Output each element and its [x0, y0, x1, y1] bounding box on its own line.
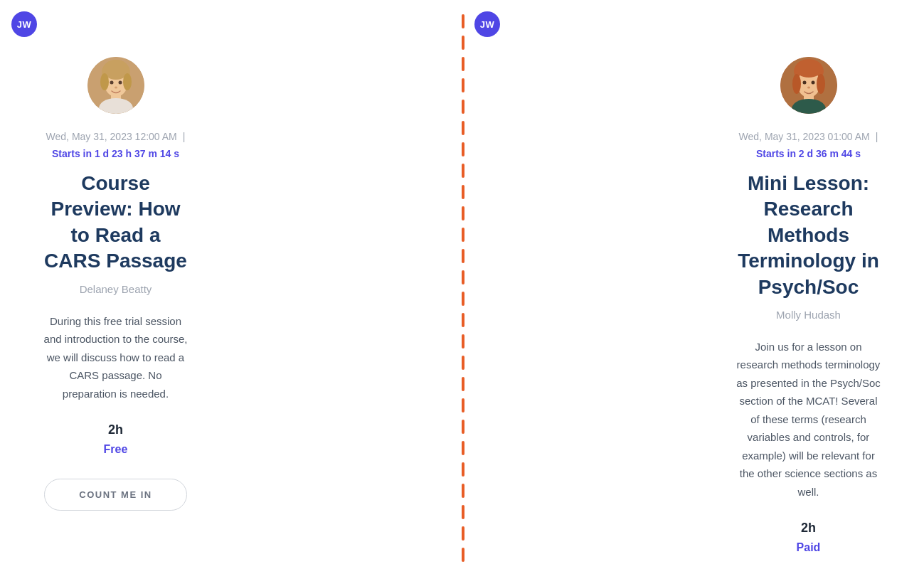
divider-segment [462, 270, 464, 284]
svg-point-15 [792, 74, 801, 94]
divider-segment [462, 313, 464, 327]
price-left: Free [104, 443, 128, 456]
divider-segment [462, 292, 464, 306]
divider-segment [462, 228, 464, 242]
divider-segment [462, 420, 464, 434]
divider-segment [462, 206, 464, 220]
svg-point-10 [115, 87, 117, 89]
price-right: Paid [797, 541, 821, 554]
divider-segment [462, 14, 464, 28]
date-text-right: Wed, May 31, 2023 01:00 AM [739, 131, 870, 142]
duration-left: 2h [108, 422, 123, 437]
divider-segment [462, 57, 464, 71]
svg-point-9 [118, 81, 122, 85]
separator-left: | [183, 131, 186, 142]
divider-segment [462, 164, 464, 178]
divider-segment [462, 526, 464, 541]
divider-segment [462, 36, 464, 50]
divider-segment [462, 484, 464, 498]
divider-segment [462, 142, 464, 156]
svg-point-19 [802, 81, 806, 85]
divider-segment [462, 121, 464, 135]
starts-in-right: Starts in 2 d 36 m 44 s [756, 148, 861, 159]
svg-point-4 [100, 73, 109, 90]
divider-segment [462, 356, 464, 370]
logo-left-text: JW [17, 19, 32, 30]
svg-point-14 [795, 59, 822, 78]
divider-segment [462, 548, 464, 562]
divider-segment [462, 377, 464, 391]
duration-right: 2h [801, 521, 816, 536]
instructor-right: Molly Hudash [776, 309, 841, 321]
divider-segment [462, 505, 464, 519]
cta-button-left[interactable]: COUNT ME IN [44, 479, 186, 511]
starts-in-left: Starts in 1 d 23 h 37 m 14 s [52, 148, 179, 159]
separator-right: | [876, 131, 878, 142]
logo-left[interactable]: JW [11, 11, 37, 37]
svg-point-20 [811, 81, 814, 85]
svg-point-5 [123, 73, 132, 90]
date-text-left: Wed, May 31, 2023 12:00 AM [46, 131, 177, 142]
divider-segment [462, 100, 464, 114]
divider-segment [462, 398, 464, 413]
description-right: Join us for a lesson on research methods… [736, 338, 881, 501]
logo-right-text: JW [480, 19, 495, 30]
logo-right[interactable]: JW [474, 11, 500, 37]
svg-point-8 [110, 81, 113, 85]
date-line-right: Wed, May 31, 2023 01:00 AM | Starts in 2… [736, 131, 881, 159]
divider-segment [462, 462, 464, 477]
divider-segment [462, 249, 464, 263]
svg-point-21 [807, 87, 810, 89]
course-title-right: Mini Lesson: Research Methods Terminolog… [736, 171, 881, 300]
course-title-left: Course Preview: How to Read a CARS Passa… [43, 171, 188, 275]
divider-segment [462, 334, 464, 348]
date-line-left: Wed, May 31, 2023 12:00 AM | Starts in 1… [43, 131, 188, 159]
instructor-left: Delaney Beatty [80, 283, 152, 295]
avatar-left [87, 57, 144, 114]
description-left: During this free trial session and intro… [43, 312, 188, 403]
panel-left: Wed, May 31, 2023 12:00 AM | Starts in 1… [0, 0, 231, 564]
vertical-divider [462, 0, 464, 564]
divider-segment [462, 441, 464, 455]
svg-point-16 [817, 74, 825, 94]
avatar-right [780, 57, 837, 114]
divider-segment [462, 185, 464, 199]
divider-segment [462, 78, 464, 92]
panel-right: Wed, May 31, 2023 01:00 AM | Starts in 2… [693, 0, 924, 564]
